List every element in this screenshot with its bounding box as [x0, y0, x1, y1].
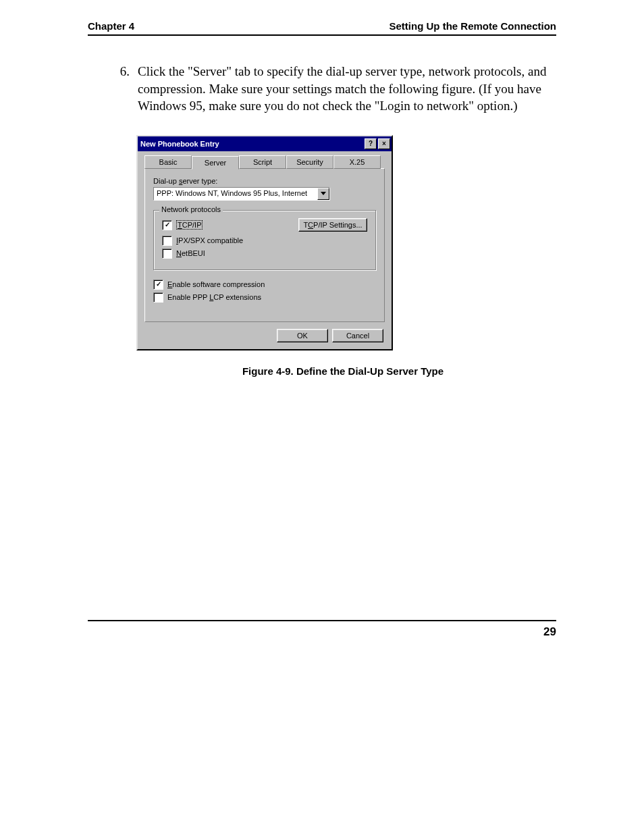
software-compression-checkbox[interactable] — [153, 280, 163, 290]
server-type-label: Dial-up server type: — [153, 177, 376, 185]
tab-basic[interactable]: Basic — [144, 155, 192, 169]
figure-caption: Figure 4-9. Define the Dial-Up Server Ty… — [130, 365, 556, 377]
server-type-value: PPP: Windows NT, Windows 95 Plus, Intern… — [154, 188, 317, 200]
network-protocols-group: Network protocols TCP/IP — [153, 210, 376, 270]
tcpip-settings-button[interactable]: TCP/IP Settings... — [298, 218, 367, 232]
svg-marker-0 — [321, 192, 326, 195]
ok-button[interactable]: OK — [277, 329, 328, 342]
tcpip-label: TCP/IP — [176, 221, 203, 229]
tab-panel-server: Dial-up server type: PPP: Windows NT, Wi… — [144, 168, 385, 322]
lcp-extensions-checkbox[interactable] — [153, 292, 163, 303]
tcpip-checkbox[interactable] — [162, 220, 172, 230]
step-number: 6. — [88, 63, 138, 115]
ipxspx-checkbox[interactable] — [162, 236, 172, 246]
server-type-combo[interactable]: PPP: Windows NT, Windows 95 Plus, Intern… — [153, 187, 330, 201]
software-compression-label: Enable software compression — [167, 280, 265, 288]
group-legend: Network protocols — [159, 205, 223, 213]
netbeui-label: NetBEUI — [176, 249, 205, 257]
help-button[interactable]: ? — [365, 138, 377, 149]
tab-server[interactable]: Server — [192, 156, 239, 170]
tab-x25[interactable]: X.25 — [333, 155, 381, 169]
netbeui-checkbox[interactable] — [162, 249, 172, 259]
dialog-title: New Phonebook Entry — [140, 140, 363, 148]
header-left: Chapter 4 — [88, 20, 134, 32]
dialog-new-phonebook-entry: New Phonebook Entry ? × Basic Server Scr… — [136, 135, 393, 350]
cancel-button[interactable]: Cancel — [332, 329, 383, 342]
ipxspx-label: IPX/SPX compatible — [176, 236, 243, 244]
tab-script[interactable]: Script — [239, 155, 286, 169]
close-button[interactable]: × — [378, 138, 390, 149]
page-number: 29 — [543, 625, 556, 638]
step-text: Click the "Server" tab to specify the di… — [138, 63, 556, 115]
dialog-titlebar[interactable]: New Phonebook Entry ? × — [138, 136, 392, 151]
lcp-extensions-label: Enable PPP LCP extensions — [167, 293, 261, 301]
header-right: Setting Up the Remote Connection — [390, 20, 557, 32]
tab-security[interactable]: Security — [286, 155, 333, 169]
dropdown-icon[interactable] — [317, 188, 329, 200]
